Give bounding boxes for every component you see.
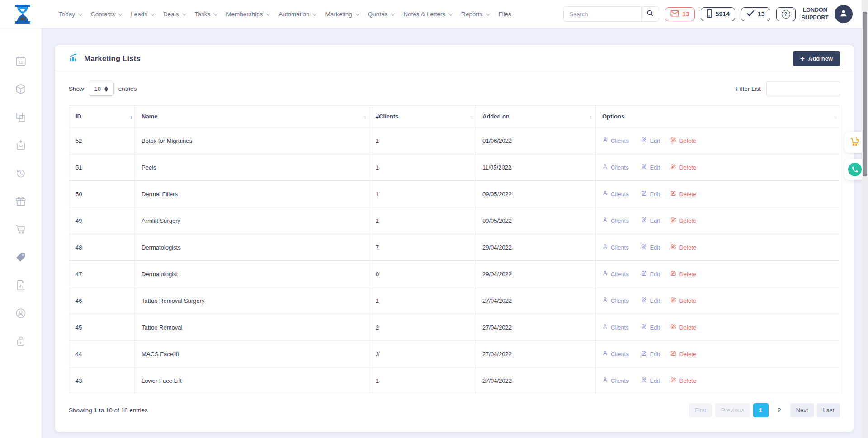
sidebar-bag-download-icon[interactable] — [0, 131, 42, 159]
cell-clients: 3 — [369, 341, 476, 367]
cell-added-on: 11/05/2022 — [476, 154, 596, 181]
sidebar-gift-icon[interactable] — [0, 187, 42, 215]
nav-item-deals[interactable]: Deals — [163, 11, 185, 18]
clients-link[interactable]: Clients — [602, 324, 629, 331]
edit-link[interactable]: Edit — [641, 190, 660, 198]
clients-link[interactable]: Clients — [602, 244, 629, 251]
delete-link[interactable]: Delete — [670, 350, 696, 358]
tasks-badge[interactable]: 13 — [741, 7, 770, 21]
chevron-down-icon — [448, 11, 453, 16]
search-input[interactable] — [563, 6, 641, 22]
cell-name: Lower Face Lift — [135, 367, 369, 394]
clients-link[interactable]: Clients — [602, 164, 629, 171]
clients-link[interactable]: Clients — [602, 350, 629, 358]
table-controls: Show 10 entries Filter List — [69, 81, 840, 96]
delete-link[interactable]: Delete — [670, 270, 696, 278]
nav-item-notes-letters[interactable]: Notes & Letters — [403, 11, 452, 18]
add-new-button[interactable]: + Add new — [793, 51, 840, 66]
edit-link[interactable]: Edit — [641, 217, 660, 224]
help-badge[interactable]: ? — [776, 7, 796, 21]
edit-icon — [641, 270, 647, 278]
delete-icon — [670, 324, 676, 331]
sidebar-lock-icon[interactable] — [0, 327, 42, 355]
cell-name: Tattoo Removal Surgery — [135, 287, 369, 314]
nav-item-memberships[interactable]: Memberships — [226, 11, 269, 18]
nav-item-tasks[interactable]: Tasks — [195, 11, 217, 18]
delete-link[interactable]: Delete — [670, 164, 696, 171]
search-button[interactable] — [641, 6, 659, 22]
column-header-id[interactable]: ID ↑↓ — [69, 106, 135, 127]
nav-item-quotes[interactable]: Quotes — [368, 11, 394, 18]
app-logo-hourglass-icon[interactable] — [11, 3, 34, 25]
scrollbar-thumb[interactable] — [863, 12, 867, 176]
phone-badge[interactable]: 5914 — [701, 7, 735, 21]
nav-item-automation[interactable]: Automation — [278, 11, 316, 18]
delete-link[interactable]: Delete — [670, 377, 696, 384]
filter-input[interactable] — [766, 81, 840, 96]
avatar[interactable] — [835, 5, 853, 23]
nav-item-leads[interactable]: Leads — [131, 11, 154, 18]
page-size-select[interactable]: 10 — [89, 82, 114, 96]
marketing-lists-table: ID ↑↓ Name ↑↓ #Clients ↑↓ Added on ↑↓ — [69, 105, 840, 394]
sidebar-report-icon[interactable] — [0, 271, 42, 299]
pagination-page-2-button[interactable]: 2 — [772, 403, 787, 417]
pagination-previous-button[interactable]: Previous — [715, 403, 750, 417]
pagination-page-1-button[interactable]: 1 — [753, 403, 769, 417]
sort-icon: ↑↓ — [834, 114, 836, 119]
card-footer: Showing 1 to 10 of 18 entries First Prev… — [69, 403, 840, 417]
column-header-added-on[interactable]: Added on ↑↓ — [476, 106, 596, 127]
edit-link[interactable]: Edit — [641, 164, 660, 171]
cell-options: Clients Edit Delete — [596, 127, 840, 154]
delete-link[interactable]: Delete — [670, 137, 696, 144]
edit-link[interactable]: Edit — [641, 350, 660, 358]
check-icon — [746, 10, 755, 18]
sidebar-history-icon[interactable] — [0, 159, 42, 187]
cell-name: Tattoo Removal — [135, 314, 369, 341]
mail-badge[interactable]: 13 — [665, 7, 695, 21]
nav-item-reports[interactable]: Reports — [461, 11, 489, 18]
sort-icon: ↑↓ — [363, 114, 365, 119]
column-header-options[interactable]: Options ↑↓ — [596, 106, 840, 127]
edit-link[interactable]: Edit — [641, 297, 660, 304]
left-sidebar: 12 — [0, 28, 42, 438]
column-header-name[interactable]: Name ↑↓ — [135, 106, 369, 127]
sidebar-cart-icon[interactable] — [0, 215, 42, 243]
help-icon: ? — [782, 10, 790, 19]
delete-link[interactable]: Delete — [670, 244, 696, 251]
sidebar-cube-icon[interactable] — [0, 75, 42, 103]
delete-link[interactable]: Delete — [670, 217, 696, 224]
clients-link[interactable]: Clients — [602, 190, 629, 198]
edit-link[interactable]: Edit — [641, 137, 660, 144]
pagination-next-button[interactable]: Next — [790, 403, 814, 417]
clients-link[interactable]: Clients — [602, 137, 629, 144]
sidebar-price-tag-icon[interactable]: $ — [0, 243, 42, 271]
nav-item-contacts[interactable]: Contacts — [91, 11, 121, 18]
sidebar-calendar-icon[interactable]: 12 — [0, 47, 42, 75]
pagination: First Previous 1 2 Next Last — [689, 403, 840, 417]
cell-name: Dermal Fillers — [135, 181, 369, 207]
edit-link[interactable]: Edit — [641, 244, 660, 251]
edit-link[interactable]: Edit — [641, 377, 660, 384]
cell-name: MACS Facelift — [135, 341, 369, 367]
column-header-clients[interactable]: #Clients ↑↓ — [369, 106, 476, 127]
nav-item-files[interactable]: Files — [499, 11, 512, 18]
delete-link[interactable]: Delete — [670, 324, 696, 331]
clients-link[interactable]: Clients — [602, 297, 629, 304]
delete-link[interactable]: Delete — [670, 297, 696, 304]
table-row: 43 Lower Face Lift 1 27/04/2022 Clients — [69, 367, 840, 394]
pagination-first-button[interactable]: First — [689, 403, 712, 417]
vertical-scrollbar[interactable] — [862, 0, 868, 438]
edit-icon — [641, 297, 647, 304]
clients-link[interactable]: Clients — [602, 270, 629, 278]
edit-link[interactable]: Edit — [641, 270, 660, 278]
edit-link[interactable]: Edit — [641, 324, 660, 331]
sidebar-copy-icon[interactable] — [0, 103, 42, 131]
nav-item-marketing[interactable]: Marketing — [325, 11, 358, 18]
sidebar-support-icon[interactable] — [0, 299, 42, 327]
pagination-last-button[interactable]: Last — [817, 403, 840, 417]
clients-link[interactable]: Clients — [602, 217, 629, 224]
clients-link[interactable]: Clients — [602, 377, 629, 384]
chevron-down-icon — [312, 11, 317, 16]
delete-link[interactable]: Delete — [670, 190, 696, 198]
nav-item-today[interactable]: Today — [59, 11, 81, 18]
